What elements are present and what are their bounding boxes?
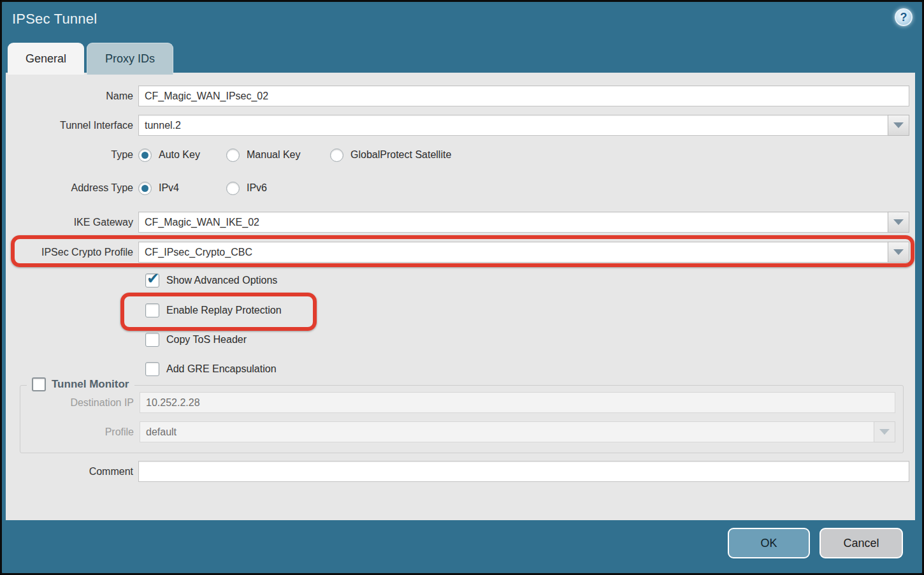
destination-ip-label: Destination IP <box>25 397 134 409</box>
radio-selected-icon <box>138 149 152 162</box>
tab-bar: General Proxy IDs <box>8 43 173 75</box>
cancel-button-label: Cancel <box>843 537 879 550</box>
ike-gateway-row: IKE Gateway <box>6 212 915 233</box>
tunnel-monitor-checkbox[interactable] <box>32 377 46 391</box>
ike-gateway-input[interactable] <box>138 212 888 233</box>
address-type-ipv4-label: IPv4 <box>159 182 179 194</box>
profile-label: Profile <box>25 426 134 438</box>
comment-row: Comment <box>6 461 915 482</box>
name-row: Name <box>6 85 915 106</box>
type-radio-globalprotect-satellite[interactable]: GlobalProtect Satellite <box>330 149 451 162</box>
name-input[interactable] <box>138 85 909 106</box>
type-row: Type Auto Key Manual Key GlobalProtect S… <box>6 147 915 163</box>
chevron-down-icon <box>893 219 904 225</box>
address-type-row: Address Type IPv4 IPv6 <box>6 180 915 196</box>
address-type-radio-ipv4[interactable]: IPv4 <box>138 182 226 195</box>
radio-selected-icon <box>138 182 152 195</box>
show-advanced-options-label: Show Advanced Options <box>166 275 277 286</box>
copy-tos-header-row: Copy ToS Header <box>6 333 915 347</box>
ipsec-crypto-profile-label: IPSec Crypto Profile <box>6 247 133 258</box>
tunnel-monitor-group: Tunnel Monitor Destination IP Profile <box>20 385 904 453</box>
radio-unselected-icon <box>330 149 343 162</box>
ok-button-label: OK <box>760 537 777 550</box>
ike-gateway-label: IKE Gateway <box>6 217 133 228</box>
type-globalprotect-satellite-label: GlobalProtect Satellite <box>350 149 451 161</box>
enable-replay-protection-checkbox[interactable] <box>145 303 159 317</box>
type-radio-manual-key[interactable]: Manual Key <box>226 149 330 162</box>
dialog-title: IPSec Tunnel <box>12 11 97 27</box>
tab-proxy-ids-label: Proxy IDs <box>105 52 155 66</box>
ipsec-tunnel-dialog: IPSec Tunnel ? General Proxy IDs Name Tu… <box>0 0 924 575</box>
ok-button[interactable]: OK <box>728 528 810 558</box>
ipsec-crypto-profile-dropdown-button[interactable] <box>888 242 909 263</box>
cancel-button[interactable]: Cancel <box>819 528 903 558</box>
dialog-footer: OK Cancel <box>2 518 922 573</box>
dialog-titlebar: IPSec Tunnel ? <box>2 2 922 41</box>
address-type-ipv6-label: IPv6 <box>247 182 267 194</box>
destination-ip-row: Destination IP <box>25 392 898 413</box>
name-label: Name <box>6 91 133 102</box>
help-glyph: ? <box>900 11 907 24</box>
destination-ip-input <box>140 392 895 413</box>
tab-general-label: General <box>25 52 66 66</box>
type-auto-key-label: Auto Key <box>159 149 200 161</box>
tunnel-interface-dropdown-button[interactable] <box>888 115 909 136</box>
chevron-down-icon <box>893 122 904 128</box>
comment-label: Comment <box>6 466 133 477</box>
add-gre-encapsulation-label: Add GRE Encapsulation <box>166 363 277 375</box>
profile-dropdown-button <box>874 421 895 442</box>
tunnel-interface-label: Tunnel Interface <box>6 120 133 131</box>
enable-replay-protection-row: Enable Replay Protection <box>6 303 915 317</box>
show-advanced-options-checkbox[interactable] <box>145 273 159 288</box>
radio-unselected-icon <box>226 149 240 162</box>
tunnel-interface-row: Tunnel Interface <box>6 115 915 136</box>
profile-row: Profile <box>25 421 898 442</box>
copy-tos-header-label: Copy ToS Header <box>166 334 247 346</box>
general-tab-panel: Name Tunnel Interface Type A <box>6 73 915 520</box>
add-gre-encapsulation-checkbox[interactable] <box>145 362 159 376</box>
profile-input <box>140 421 874 442</box>
type-manual-key-label: Manual Key <box>247 149 301 161</box>
address-type-label: Address Type <box>6 182 133 194</box>
copy-tos-header-checkbox[interactable] <box>145 333 159 347</box>
enable-replay-protection-label: Enable Replay Protection <box>166 305 282 316</box>
radio-unselected-icon <box>226 182 240 195</box>
ike-gateway-dropdown-button[interactable] <box>888 212 909 233</box>
ipsec-crypto-profile-row: IPSec Crypto Profile <box>6 242 915 263</box>
help-icon[interactable]: ? <box>895 8 913 26</box>
tunnel-monitor-label: Tunnel Monitor <box>52 378 129 391</box>
show-advanced-options-row: Show Advanced Options <box>6 273 915 288</box>
tab-proxy-ids[interactable]: Proxy IDs <box>87 43 173 75</box>
comment-input[interactable] <box>138 461 909 482</box>
chevron-down-icon <box>879 429 890 435</box>
add-gre-encapsulation-row: Add GRE Encapsulation <box>6 362 915 376</box>
tunnel-interface-input[interactable] <box>138 115 888 136</box>
address-type-radio-ipv6[interactable]: IPv6 <box>226 182 267 195</box>
tunnel-monitor-legend: Tunnel Monitor <box>27 377 134 391</box>
chevron-down-icon <box>893 249 904 255</box>
ipsec-crypto-profile-input[interactable] <box>138 242 888 263</box>
tab-general[interactable]: General <box>8 43 84 75</box>
type-label: Type <box>6 149 133 161</box>
type-radio-auto-key[interactable]: Auto Key <box>138 149 226 162</box>
